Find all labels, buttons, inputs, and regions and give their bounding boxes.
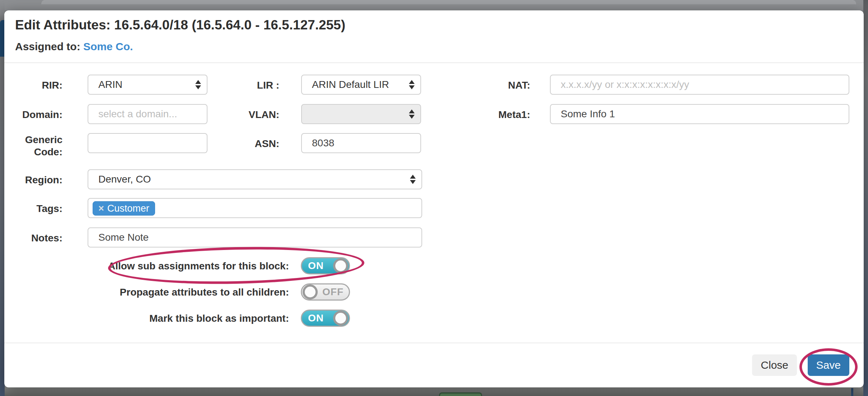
rir-select[interactable]: ARIN: [88, 75, 207, 95]
generic-code-input[interactable]: [88, 133, 207, 153]
domain-input[interactable]: [88, 104, 207, 124]
tags-label: Tags:: [4, 203, 62, 215]
footer-divider: [4, 343, 864, 343]
region-label: Region:: [4, 174, 62, 186]
modal-title: Edit Attributes: 16.5.64.0/18 (16.5.64.0…: [15, 18, 345, 33]
toggle-state: ON: [308, 311, 324, 326]
region-select-value: Denver, CO: [98, 174, 151, 185]
toggle-knob[interactable]: [333, 258, 348, 273]
propagate-attributes-label: Propagate attributes to all children:: [73, 287, 289, 298]
mark-important-label: Mark this block as important:: [73, 313, 289, 324]
save-button[interactable]: Save: [808, 354, 849, 376]
rir-label: RIR:: [4, 79, 62, 91]
select-arrows-icon: [410, 175, 416, 184]
asn-label: ASN:: [205, 138, 279, 150]
generic-code-label: Generic Code:: [4, 134, 62, 158]
nat-input[interactable]: [550, 75, 849, 95]
allow-sub-assignments-toggle[interactable]: ON: [301, 257, 350, 274]
domain-label: Domain:: [4, 109, 62, 121]
backdrop-top-panel-edge: [41, 0, 856, 4]
close-button[interactable]: Close: [752, 354, 797, 376]
mark-important-toggle[interactable]: ON: [301, 310, 350, 327]
lir-select-value: ARIN Default LIR: [312, 79, 389, 90]
tag-remove-icon[interactable]: ×: [98, 203, 104, 214]
allow-sub-assignments-label: Allow sub assignments for this block:: [73, 260, 289, 272]
vlan-label: VLAN:: [205, 109, 279, 121]
toggle-knob[interactable]: [333, 311, 348, 326]
lir-label: LIR :: [205, 79, 279, 91]
nat-label: NAT:: [457, 79, 530, 91]
toggle-state: ON: [308, 258, 324, 273]
tag-text: Customer: [107, 203, 149, 214]
header-divider: [4, 62, 864, 63]
notes-input[interactable]: [88, 227, 422, 248]
meta1-input[interactable]: [550, 104, 849, 124]
background-green-button-fragment: [439, 392, 482, 396]
backdrop-right-strip: [863, 0, 868, 396]
select-arrows-icon: [409, 80, 415, 89]
propagate-attributes-toggle[interactable]: OFF: [301, 283, 350, 301]
toggle-state: OFF: [322, 284, 344, 300]
tags-input[interactable]: ×Customer: [88, 198, 422, 218]
region-select[interactable]: Denver, CO: [88, 169, 422, 189]
backdrop-navy-sliver: [851, 388, 853, 396]
assigned-company-link[interactable]: Some Co.: [83, 41, 133, 52]
assigned-to-label: Assigned to:: [15, 41, 80, 52]
select-arrows-icon: [409, 109, 415, 119]
backdrop-bottom-band: [5, 387, 863, 396]
edit-attributes-modal: Edit Attributes: 16.5.64.0/18 (16.5.64.0…: [4, 10, 864, 387]
meta1-label: Meta1:: [457, 109, 530, 121]
notes-label: Notes:: [4, 232, 62, 244]
select-arrows-icon: [195, 80, 201, 89]
rir-select-value: ARIN: [98, 79, 122, 90]
lir-select[interactable]: ARIN Default LIR: [301, 75, 421, 95]
vlan-select[interactable]: [301, 104, 421, 124]
toggle-knob[interactable]: [303, 284, 318, 300]
tag-customer[interactable]: ×Customer: [93, 201, 155, 216]
assigned-to-row: Assigned to: Some Co.: [15, 41, 133, 53]
asn-input[interactable]: [301, 133, 421, 153]
